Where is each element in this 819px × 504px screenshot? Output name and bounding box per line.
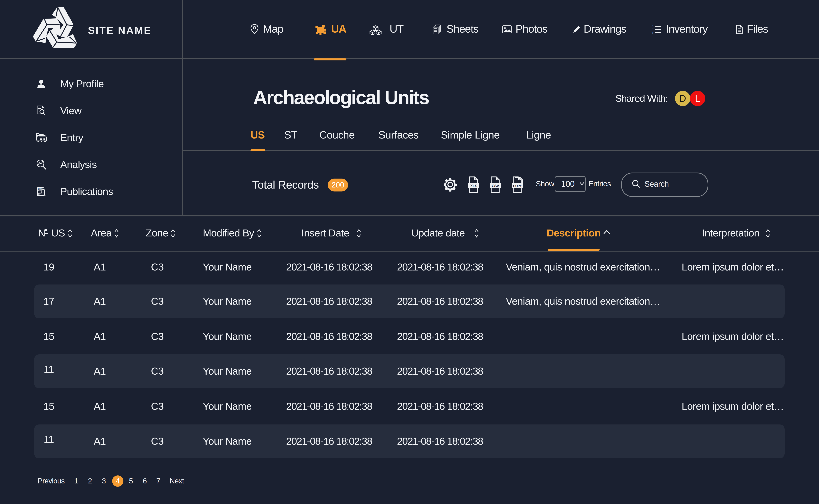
- svg-text:COPY: COPY: [513, 184, 522, 188]
- svg-text:2: 2: [652, 28, 654, 31]
- svg-text:CSV: CSV: [492, 184, 499, 188]
- svg-text:3: 3: [652, 31, 654, 34]
- svg-text:1: 1: [652, 25, 654, 28]
- svg-text:XLS: XLS: [470, 184, 477, 188]
- svg-text:NEWS: NEWS: [38, 188, 43, 190]
